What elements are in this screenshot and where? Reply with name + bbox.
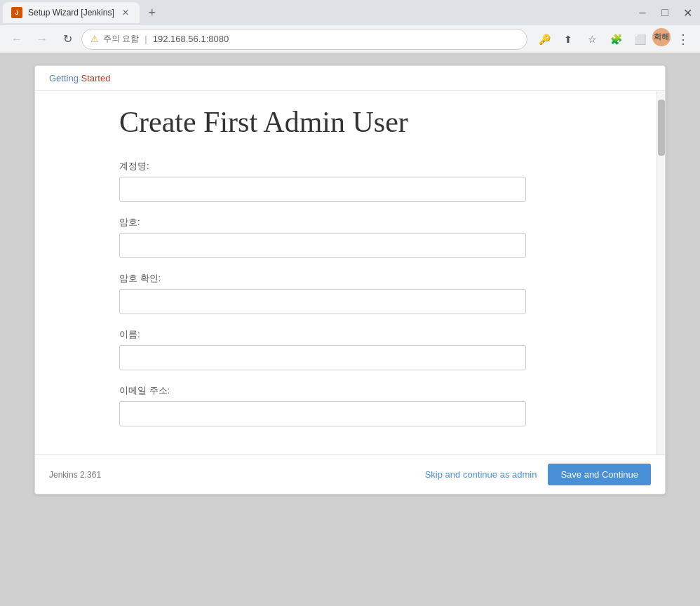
password-input[interactable] bbox=[119, 233, 526, 258]
footer-actions: Skip and continue as admin Save and Cont… bbox=[425, 464, 651, 485]
profile-avatar[interactable]: 희해 bbox=[652, 28, 671, 46]
password-group: 암호: bbox=[119, 216, 581, 258]
address-bar[interactable]: ⚠ 주의 요함 | 192.168.56.1:8080 bbox=[81, 29, 527, 50]
address-separator: | bbox=[144, 34, 147, 44]
bookmark-icon[interactable]: ☆ bbox=[581, 28, 603, 50]
page-wrapper: Getting Started Create First Admin User … bbox=[0, 54, 700, 581]
tab-title: Setup Wizard [Jenkins] bbox=[28, 8, 114, 18]
security-warning-icon: ⚠ bbox=[90, 34, 99, 44]
header-text: Getting Started bbox=[49, 73, 110, 83]
warning-label: 주의 요함 bbox=[103, 33, 139, 45]
active-tab[interactable]: J Setup Wizard [Jenkins] ✕ bbox=[3, 2, 140, 23]
fullname-label: 이름: bbox=[119, 328, 581, 341]
nav-right-icons: 🔑 ⬆ ☆ 🧩 ⬜ 희해 ⋮ bbox=[533, 28, 694, 50]
fullname-input[interactable] bbox=[119, 345, 526, 370]
username-group: 계정명: bbox=[119, 160, 581, 202]
save-continue-button[interactable]: Save and Continue bbox=[548, 464, 651, 485]
back-button[interactable]: ← bbox=[6, 28, 28, 50]
share-icon[interactable]: ⬆ bbox=[557, 28, 579, 50]
password-label: 암호: bbox=[119, 216, 581, 229]
username-label: 계정명: bbox=[119, 160, 581, 173]
page-title: Create First Admin User bbox=[119, 105, 581, 139]
extensions-icon[interactable]: 🧩 bbox=[605, 28, 627, 50]
scrollbar-thumb[interactable] bbox=[658, 100, 665, 156]
card-footer: Jenkins 2.361 Skip and continue as admin… bbox=[35, 454, 665, 494]
tab-close-button[interactable]: ✕ bbox=[120, 7, 131, 18]
refresh-button[interactable]: ↻ bbox=[56, 28, 79, 50]
nav-bar: ← → ↻ ⚠ 주의 요함 | 192.168.56.1:8080 🔑 ⬆ ☆ … bbox=[0, 25, 700, 53]
password-confirm-label: 암호 확인: bbox=[119, 272, 581, 285]
started-text: Started bbox=[81, 73, 111, 83]
close-window-button[interactable]: ✕ bbox=[678, 3, 697, 22]
window-controls: – □ ✕ bbox=[633, 3, 697, 22]
password-confirm-group: 암호 확인: bbox=[119, 272, 581, 314]
maximize-button[interactable]: □ bbox=[655, 3, 675, 22]
forward-button[interactable]: → bbox=[31, 28, 53, 50]
username-input[interactable] bbox=[119, 177, 526, 202]
password-confirm-input[interactable] bbox=[119, 289, 526, 314]
skip-link[interactable]: Skip and continue as admin bbox=[425, 469, 537, 480]
browser-chrome: J Setup Wizard [Jenkins] ✕ + – □ ✕ ← → ↻… bbox=[0, 0, 700, 54]
fullname-group: 이름: bbox=[119, 328, 581, 370]
split-view-icon[interactable]: ⬜ bbox=[628, 28, 651, 50]
email-input[interactable] bbox=[119, 401, 526, 426]
version-label: Jenkins 2.361 bbox=[49, 470, 101, 480]
minimize-button[interactable]: – bbox=[633, 3, 652, 22]
tab-bar: J Setup Wizard [Jenkins] ✕ + – □ ✕ bbox=[0, 0, 700, 25]
card-header: Getting Started bbox=[35, 66, 665, 91]
setup-card: Getting Started Create First Admin User … bbox=[34, 65, 666, 494]
email-group: 이메일 주소: bbox=[119, 384, 581, 426]
getting-text: Getting bbox=[49, 73, 81, 83]
scrollbar-track[interactable] bbox=[657, 91, 665, 454]
card-body: Create First Admin User 계정명: 암호: 암호 확인: … bbox=[35, 91, 665, 454]
new-tab-button[interactable]: + bbox=[142, 3, 162, 22]
password-manager-icon[interactable]: 🔑 bbox=[533, 28, 556, 50]
email-label: 이메일 주소: bbox=[119, 384, 581, 397]
menu-icon[interactable]: ⋮ bbox=[672, 28, 694, 50]
tab-favicon: J bbox=[11, 7, 22, 18]
address-text: 192.168.56.1:8080 bbox=[153, 34, 229, 44]
